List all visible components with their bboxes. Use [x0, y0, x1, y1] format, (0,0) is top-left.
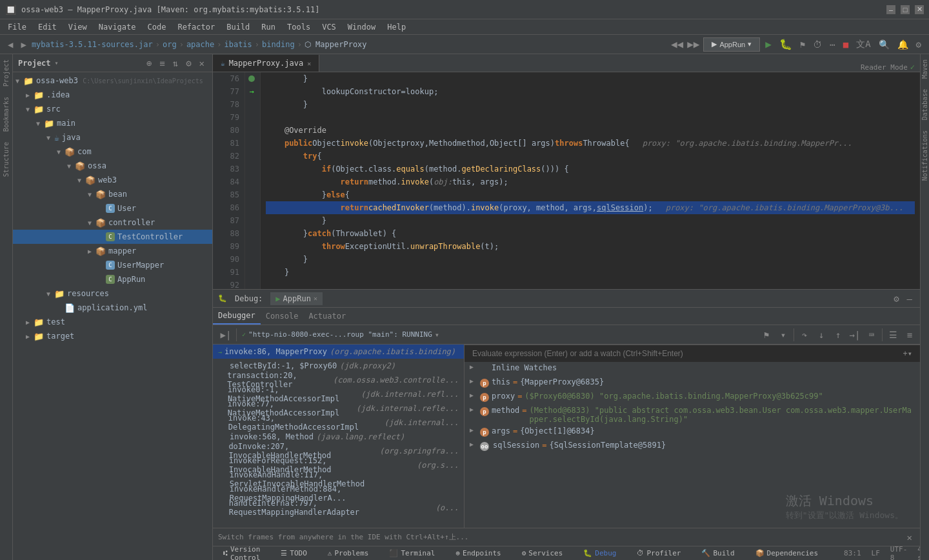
close-hint-button[interactable]: ✕ [904, 531, 915, 544]
tree-item-src[interactable]: ▼ 📁 src [13, 102, 212, 116]
tree-item-bean[interactable]: ▼ 📦 bean [13, 187, 212, 201]
nav-fwd-icon[interactable]: ▶▶ [686, 37, 701, 52]
stop-button[interactable]: ■ [841, 38, 851, 51]
menu-vcs[interactable]: VCS [317, 20, 341, 34]
maximize-button[interactable]: □ [901, 5, 910, 14]
tree-item-mapper[interactable]: ▶ 📦 mapper [13, 244, 212, 258]
tree-item-ossa-web3[interactable]: ▼ 📁 ossa-web3 C:\Users\sunjinxin\IdeaPro… [13, 74, 212, 88]
bottom-problems[interactable]: ⚠ Problems [323, 546, 374, 561]
variables-view-button[interactable]: ≡ [902, 327, 917, 343]
database-panel-label[interactable]: Database [921, 84, 929, 125]
breadcrumb-apache[interactable]: apache [186, 40, 214, 49]
translate-button[interactable]: 文A [854, 37, 873, 52]
code-content[interactable]: } lookupConstructor = lookup; } @Overrid… [261, 72, 920, 289]
bookmarks-side-label[interactable]: Bookmarks [2, 92, 10, 137]
debug-tab-actuator[interactable]: Actuator [303, 308, 351, 325]
menu-file[interactable]: File [3, 20, 32, 34]
tree-item-com[interactable]: ▼ 📦 com [13, 145, 212, 159]
line-87[interactable]: 87 [213, 214, 245, 227]
line-90[interactable]: 90 [213, 253, 245, 266]
profile-button[interactable]: ⏱ [810, 38, 824, 51]
sidebar-close-icon[interactable]: ✕ [197, 57, 207, 70]
debug-session-close[interactable]: ✕ [314, 295, 317, 302]
settings-button[interactable]: ⚙ [914, 38, 924, 51]
run-to-cursor-button[interactable]: →| [847, 327, 863, 343]
sidebar-locate-icon[interactable]: ⊕ [144, 57, 154, 70]
debug-settings-icon[interactable]: ⚙ [891, 292, 901, 305]
search-everywhere-button[interactable]: 🔍 [876, 38, 892, 51]
bottom-profiler[interactable]: ⏱ Profiler [632, 546, 686, 561]
frame-invoke43[interactable]: invoke:43, DelegatingMethodAccessorImpl … [213, 415, 464, 430]
tree-item-testcontroller[interactable]: ▶ C TestController [13, 230, 212, 244]
frame-handleinternal[interactable]: handleInternal:797, RequestMappingHandle… [213, 501, 464, 515]
breadcrumb-org[interactable]: org [163, 40, 177, 49]
bottom-todo[interactable]: ☰ TODO [275, 546, 312, 561]
line-83[interactable]: 83 [213, 163, 245, 175]
line-81[interactable]: 81 [213, 137, 245, 150]
bottom-version-control[interactable]: ⑆ Version Control [218, 546, 265, 561]
line-92[interactable]: 92 [213, 279, 245, 289]
menu-tools[interactable]: Tools [282, 20, 315, 34]
line-88[interactable]: 88 [213, 227, 245, 240]
reader-mode-check[interactable]: ✓ [910, 63, 915, 72]
step-over-button[interactable]: ↷ [797, 327, 812, 343]
bottom-dependencies[interactable]: 📦 Dependencies [750, 546, 823, 561]
settings-btn[interactable]: ▾ [775, 327, 791, 343]
watch-input[interactable] [472, 349, 903, 358]
menu-build[interactable]: Build [221, 20, 255, 34]
line-79[interactable]: 79 [213, 111, 245, 124]
menu-run[interactable]: Run [256, 20, 281, 34]
filter-button[interactable]: ⚑ [759, 327, 774, 343]
debug-tab-console[interactable]: Console [261, 308, 304, 325]
sidebar-settings-icon[interactable]: ⚙ [183, 57, 194, 70]
menu-code[interactable]: Code [143, 20, 172, 34]
minimize-button[interactable]: – [886, 5, 895, 14]
var-proxy[interactable]: ▶ p proxy = ($Proxy60@6830) "org.apache.… [464, 390, 920, 405]
line-85[interactable]: 85 [213, 188, 245, 201]
menu-window[interactable]: Window [343, 20, 381, 34]
window-controls[interactable]: – □ ✕ [886, 5, 924, 14]
breadcrumb-project[interactable]: mybatis-3.5.11-sources.jar [32, 40, 153, 49]
menu-view[interactable]: View [63, 20, 92, 34]
var-sqlsession[interactable]: ▶ oo sqlSession = {SqlSessionTemplate@58… [464, 439, 920, 454]
bottom-endpoints[interactable]: ⊕ Endpoints [450, 546, 506, 561]
tree-item-test[interactable]: ▶ 📁 test [13, 315, 212, 329]
line-89[interactable]: 89 [213, 240, 245, 253]
tree-item-controller[interactable]: ▼ 📦 controller [13, 215, 212, 230]
maven-panel-label[interactable]: Maven [921, 54, 929, 84]
tree-item-resources[interactable]: ▼ 📁 resources [13, 286, 212, 301]
close-button[interactable]: ✕ [915, 5, 924, 14]
evaluate-button[interactable]: ⌨ [864, 327, 879, 343]
nav-back-icon[interactable]: ◀◀ [670, 37, 684, 52]
bottom-services[interactable]: ⚙ Services [517, 546, 568, 561]
debug-button[interactable]: 🐛 [777, 37, 795, 52]
project-side-label[interactable]: Project [2, 54, 10, 92]
sidebar-sort-icon[interactable]: ⇅ [170, 57, 181, 70]
tree-item-application-yml[interactable]: ▶ 📄 application.yml [13, 301, 212, 315]
back-button[interactable]: ◀ [5, 38, 15, 51]
line-80[interactable]: 80 [213, 124, 245, 137]
tree-item-target[interactable]: ▶ 📁 target [13, 329, 212, 343]
menu-navigate[interactable]: Navigate [94, 20, 141, 34]
menu-edit[interactable]: Edit [33, 20, 62, 34]
forward-button[interactable]: ▶ [18, 38, 28, 51]
breadcrumb-class[interactable]: ⬡ MapperProxy [305, 40, 367, 49]
structure-side-label[interactable]: Structure [2, 137, 10, 182]
resume-button[interactable]: ▶| [218, 327, 234, 343]
breadcrumb-binding[interactable]: binding [262, 40, 295, 49]
step-out-button[interactable]: ↑ [830, 327, 846, 343]
tree-item-idea[interactable]: ▶ 📁 .idea [13, 88, 212, 102]
sidebar-collapse-icon[interactable]: ≡ [157, 57, 167, 70]
add-watch-button[interactable]: + [903, 349, 908, 358]
coverage-button[interactable]: ⚑ [797, 38, 808, 51]
menu-refactor[interactable]: Refactor [172, 20, 220, 34]
debug-minimize-icon[interactable]: – [904, 292, 915, 305]
tab-close-button[interactable]: ✕ [307, 60, 311, 67]
tree-item-user[interactable]: ▶ C User [13, 201, 212, 215]
var-inline-watches[interactable]: ▶ Inline Watches [464, 362, 920, 376]
line-82[interactable]: 82 [213, 150, 245, 163]
watch-dropdown-button[interactable]: ▾ [908, 349, 912, 358]
frames-view-button[interactable]: ☰ [885, 327, 901, 343]
line-86[interactable]: 86 [213, 201, 245, 214]
more-run-button[interactable]: ⋯ [827, 38, 837, 51]
